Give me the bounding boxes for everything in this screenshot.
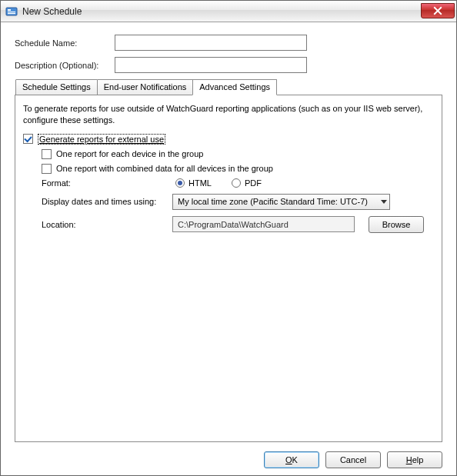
format-html-radio[interactable] — [175, 178, 185, 188]
tab-label: End-user Notifications — [104, 82, 187, 92]
location-input: C:\ProgramData\WatchGuard — [172, 216, 355, 232]
one-report-each-device-checkbox[interactable] — [42, 149, 52, 159]
svg-rect-2 — [8, 12, 15, 12]
format-pdf-radio[interactable] — [232, 178, 241, 188]
format-radio-group: HTML PDF — [175, 178, 277, 188]
cancel-button-label: Cancel — [340, 455, 366, 464]
format-label: Format: — [42, 178, 172, 188]
description-label: Description (Optional): — [15, 61, 115, 70]
tab-advanced-settings[interactable]: Advanced Settings — [192, 79, 277, 95]
title-bar: New Schedule — [1, 1, 456, 22]
svg-rect-3 — [8, 13, 15, 14]
dialog-button-row: OK Cancel Help — [1, 448, 456, 476]
tab-schedule-settings[interactable]: Schedule Settings — [15, 79, 98, 95]
chevron-down-icon — [381, 200, 387, 204]
close-button[interactable] — [421, 3, 455, 18]
format-pdf-label: PDF — [245, 178, 262, 188]
app-icon — [5, 5, 18, 18]
panel-intro-text: To generate reports for use outside of W… — [23, 103, 434, 126]
ok-button-rest: K — [292, 455, 298, 464]
timezone-dropdown[interactable]: My local time zone (Pacific Standard Tim… — [172, 194, 390, 210]
cancel-button[interactable]: Cancel — [325, 451, 381, 468]
svg-rect-1 — [8, 9, 11, 11]
help-button[interactable]: Help — [387, 451, 442, 468]
help-button-rest: elp — [412, 455, 424, 464]
schedule-name-input[interactable] — [115, 35, 307, 51]
window-title: New Schedule — [22, 6, 82, 17]
dialog-body: Schedule Name: Description (Optional): S… — [1, 22, 456, 448]
timezone-label: Display dates and times using: — [42, 197, 172, 206]
tab-strip: Schedule Settings End-user Notifications… — [15, 79, 442, 95]
schedule-name-label: Schedule Name: — [15, 38, 115, 48]
one-report-combined-label: One report with combined data for all de… — [56, 164, 273, 173]
location-label: Location: — [42, 220, 172, 229]
location-value: C:\ProgramData\WatchGuard — [178, 220, 289, 229]
generate-external-label: Generate reports for external use — [38, 134, 165, 145]
tab-label: Schedule Settings — [22, 82, 91, 92]
timezone-value: My local time zone (Pacific Standard Tim… — [178, 197, 368, 206]
tab-end-user-notifications[interactable]: End-user Notifications — [97, 79, 194, 95]
browse-button[interactable]: Browse — [369, 216, 424, 233]
format-html-label: HTML — [188, 178, 212, 188]
one-report-combined-checkbox[interactable] — [42, 164, 52, 174]
browse-button-label: Browse — [382, 220, 411, 229]
tab-label: Advanced Settings — [199, 82, 270, 92]
generate-external-checkbox[interactable] — [23, 134, 33, 144]
one-report-each-device-label: One report for each device in the group — [56, 149, 203, 158]
description-input[interactable] — [115, 57, 307, 73]
advanced-settings-panel: To generate reports for use outside of W… — [15, 95, 442, 442]
ok-button[interactable]: OK — [264, 451, 319, 468]
